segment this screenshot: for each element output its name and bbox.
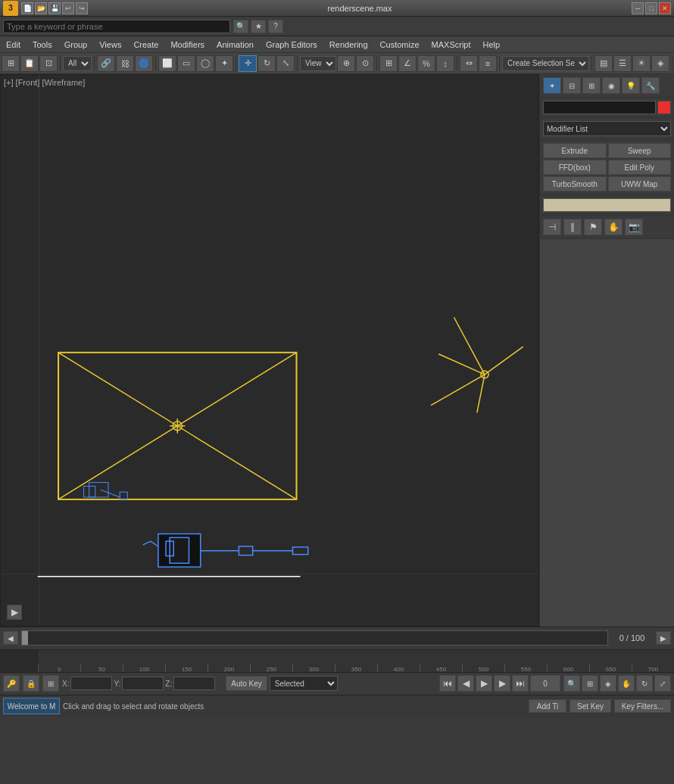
go-to-end-btn[interactable]: ⏭ — [512, 675, 529, 692]
absolute-mode-btn[interactable]: ⊞ — [42, 675, 59, 692]
orbit-btn[interactable]: ↻ — [636, 675, 653, 692]
search-input[interactable] — [3, 20, 230, 33]
modifier-list-dropdown[interactable]: Modifier List — [543, 121, 671, 136]
select-region-icon[interactable]: ⊡ — [39, 55, 58, 72]
redo-title-btn[interactable]: ↪ — [76, 2, 88, 14]
bookmark-icon[interactable]: ★ — [251, 20, 266, 33]
menu-modifiers[interactable]: Modifiers — [164, 36, 211, 52]
ribbon-btn[interactable]: ◈ — [651, 55, 669, 72]
align-btn[interactable]: ≡ — [479, 55, 497, 72]
tab-modify[interactable]: ⊟ — [563, 77, 581, 94]
menu-animation[interactable]: Animation — [211, 36, 260, 52]
rotate-btn[interactable]: ↻ — [257, 55, 276, 72]
unlink-btn[interactable]: ⛓ — [116, 55, 134, 72]
btn-ffd-box[interactable]: FFD(box) — [543, 160, 607, 175]
x-input[interactable] — [70, 677, 112, 690]
frame-counter[interactable]: 0 — [530, 675, 560, 692]
zoom-all-btn[interactable]: ⊞ — [582, 675, 598, 692]
select-rect-btn[interactable]: ▭ — [177, 55, 195, 72]
reference-coord-dropdown[interactable]: View — [300, 56, 336, 71]
btn-edit-poly[interactable]: Edit Poly — [608, 160, 672, 175]
field-of-view-btn[interactable]: ◈ — [600, 675, 616, 692]
key-mode-btn[interactable]: 🔑 — [3, 675, 20, 692]
track-timeline[interactable]: 0 50 100 150 200 250 300 350 400 450 500… — [38, 650, 674, 672]
move-btn[interactable]: ✛ — [239, 55, 257, 72]
btn-turbosmooth[interactable]: TurboSmooth — [543, 176, 607, 191]
menu-maxscript[interactable]: MAXScript — [426, 36, 477, 52]
ref-coord-btn[interactable]: ⊕ — [337, 55, 355, 72]
close-btn[interactable]: ✕ — [659, 2, 671, 14]
menu-tools[interactable]: Tools — [27, 36, 58, 52]
welcome-tab[interactable]: Welcome to M — [3, 698, 60, 714]
maximize-btn[interactable]: □ — [645, 2, 657, 14]
lock-selection-btn[interactable]: 🔒 — [23, 675, 39, 692]
viewport-expand-btn[interactable]: ▶ — [7, 605, 22, 620]
timeline-left-btn[interactable]: ◀ — [3, 631, 18, 645]
timeline-slider[interactable] — [21, 630, 608, 646]
pin-stack-btn[interactable]: ⊣ — [543, 219, 561, 235]
select-fence-btn[interactable]: ✦ — [215, 55, 233, 72]
tab-display[interactable]: 💡 — [622, 77, 640, 94]
color-swatch[interactable] — [657, 101, 671, 114]
menu-help[interactable]: Help — [477, 36, 507, 52]
prev-frame-btn[interactable]: ◀ — [457, 675, 474, 692]
next-frame-btn[interactable]: ▶ — [494, 675, 510, 692]
scale-btn[interactable]: ⤡ — [276, 55, 295, 72]
menu-views[interactable]: Views — [93, 36, 127, 52]
y-input[interactable] — [122, 677, 164, 690]
zoom-btn[interactable]: 🔍 — [563, 675, 580, 692]
undo-title-btn[interactable]: ↩ — [62, 2, 74, 14]
autokey-btn[interactable]: Auto Key — [226, 676, 267, 691]
btn-sweep[interactable]: Sweep — [608, 143, 672, 158]
selected-dropdown[interactable]: Selected — [270, 676, 338, 691]
select-circle-btn[interactable]: ◯ — [196, 55, 214, 72]
tab-motion[interactable]: ◉ — [602, 77, 620, 94]
key-filters-btn[interactable]: Key Filters... — [614, 699, 671, 713]
pan-btn[interactable]: ✋ — [618, 675, 635, 692]
btn-extrude[interactable]: Extrude — [543, 143, 607, 158]
use-pivot-btn[interactable]: ⊙ — [356, 55, 374, 72]
angle-snap-btn[interactable]: ∠ — [398, 55, 417, 72]
help-icon[interactable]: ? — [268, 20, 283, 33]
z-input[interactable] — [173, 677, 215, 690]
spinner-snap-btn[interactable]: ↕ — [436, 55, 454, 72]
save-file-btn[interactable]: 💾 — [48, 2, 61, 14]
add-time-tag-btn[interactable]: Add Ti — [529, 699, 566, 713]
menu-rendering[interactable]: Rendering — [323, 36, 374, 52]
timeline-thumb[interactable] — [22, 631, 28, 645]
select-by-name-icon[interactable]: 📋 — [20, 55, 39, 72]
menu-customize[interactable]: Customize — [374, 36, 426, 52]
select-filter-icon[interactable]: ⊞ — [2, 55, 20, 72]
make-unique-btn[interactable]: ⚑ — [584, 219, 602, 235]
new-file-btn[interactable]: 📄 — [21, 2, 33, 14]
mirror-btn[interactable]: ⇔ — [460, 55, 478, 72]
selection-filter-dropdown[interactable]: All — [63, 56, 92, 71]
modifier-name-input[interactable] — [543, 198, 671, 212]
menu-group[interactable]: Group — [58, 36, 94, 52]
menu-graph-editors[interactable]: Graph Editors — [260, 36, 323, 52]
play-btn[interactable]: ▶ — [476, 675, 492, 692]
percent-snap-btn[interactable]: % — [417, 55, 435, 72]
light-lister-btn[interactable]: ☀ — [632, 55, 651, 72]
tab-hierarchy[interactable]: ⊞ — [582, 77, 601, 94]
bind-space-warp-btn[interactable]: 🌀 — [135, 55, 153, 72]
open-file-btn[interactable]: 📂 — [35, 2, 47, 14]
snap-3d-btn[interactable]: ⊞ — [379, 55, 398, 72]
timeline-right-btn[interactable]: ▶ — [656, 631, 671, 645]
remove-modifier-btn[interactable]: ✋ — [604, 219, 623, 235]
go-to-start-btn[interactable]: ⏮ — [439, 675, 456, 692]
tab-create[interactable]: ✦ — [543, 77, 561, 94]
menu-edit[interactable]: Edit — [0, 36, 27, 52]
minimize-btn[interactable]: ─ — [632, 2, 644, 14]
set-key-btn[interactable]: Set Key — [569, 699, 611, 713]
viewport[interactable]: [+] [Front] [Wireframe] — [0, 74, 539, 627]
search-btn[interactable]: 🔍 — [233, 20, 248, 33]
maximize-vp-btn[interactable]: ⤢ — [654, 675, 671, 692]
create-selection-dropdown[interactable]: Create Selection Se — [502, 56, 589, 71]
layers-btn[interactable]: ▤ — [594, 55, 613, 72]
modifier-search-input[interactable] — [543, 101, 656, 114]
configure-sets-btn[interactable]: 📷 — [625, 219, 643, 235]
select-obj-btn[interactable]: ⬜ — [158, 55, 176, 72]
scene-states-btn[interactable]: ☰ — [613, 55, 632, 72]
tab-utilities[interactable]: 🔧 — [641, 77, 660, 94]
